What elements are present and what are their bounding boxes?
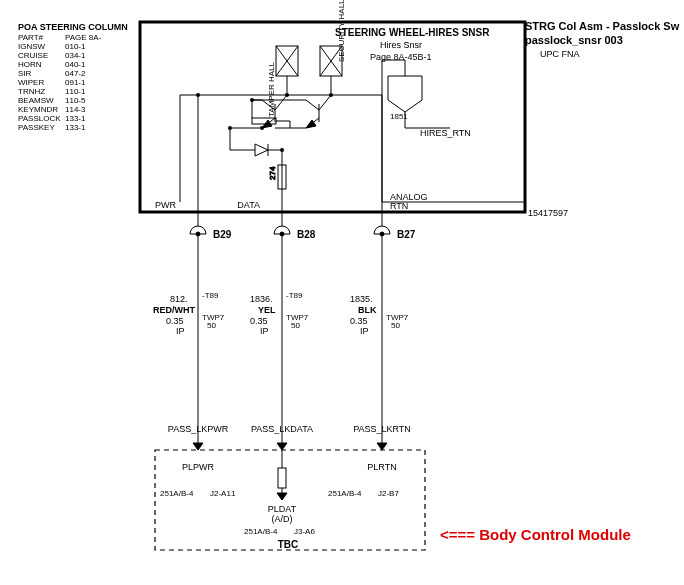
row-name: HORN <box>18 60 42 69</box>
w3-twpn: 50 <box>391 321 400 330</box>
svg-rect-60 <box>278 468 286 488</box>
row-name: WIPER <box>18 78 44 87</box>
parts-title: POA STEERING COLUMN <box>18 22 128 32</box>
transistor-right <box>252 95 331 128</box>
tamper-hall: TAMPER HALL <box>267 46 298 117</box>
svg-line-17 <box>319 95 331 110</box>
parts-table: POA STEERING COLUMN PART# PAGE 8A- IGNSW… <box>18 22 128 132</box>
row-name: TRNHZ <box>18 87 45 96</box>
pin2: J3-A6 <box>294 527 315 536</box>
pwr-label: PWR <box>155 200 176 210</box>
svg-line-19 <box>306 100 319 110</box>
title-l1: STRG Col Asm - Passlock Sw <box>525 20 680 32</box>
page-label: PAGE 8A- <box>65 33 102 42</box>
w1-color: RED/WHT <box>153 305 195 315</box>
wire-3: 1835. BLK 0.35 IP TWP7 50 <box>350 294 409 336</box>
row-page: 133-1 <box>65 114 86 123</box>
row-name: BEAMSW <box>18 96 54 105</box>
svg-point-52 <box>380 232 384 236</box>
svg-point-39 <box>196 93 200 97</box>
svg-rect-0 <box>276 46 298 76</box>
security-label: SECURITY HALL <box>337 0 346 62</box>
svg-line-20 <box>306 118 319 128</box>
data-label: DATA <box>237 200 260 210</box>
svg-line-1 <box>276 46 298 76</box>
pin3: J2-B7 <box>378 489 399 498</box>
svg-point-40 <box>280 148 284 152</box>
row-page: 114-3 <box>65 105 86 114</box>
title-block: STRG Col Asm - Passlock Sw passlock_snsr… <box>525 20 680 59</box>
svg-marker-14 <box>262 120 272 128</box>
svg-point-8 <box>285 93 289 97</box>
module-partnum: 15417597 <box>528 208 568 218</box>
row-page: 010-1 <box>65 42 86 51</box>
svg-rect-37 <box>278 165 286 189</box>
b27-label: B27 <box>397 229 416 240</box>
w2-twpn: 50 <box>291 321 300 330</box>
row-name: KEYMNDR <box>18 105 58 114</box>
svg-point-24 <box>250 98 254 102</box>
w3-ga: 0.35 <box>350 316 368 326</box>
svg-marker-56 <box>277 443 287 450</box>
row-page: 040-1 <box>65 60 86 69</box>
module-box <box>140 22 525 212</box>
svg-marker-54 <box>193 443 203 450</box>
module-header: STEERING WHEEL-HIRES SNSR Hires Snsr Pag… <box>335 27 490 62</box>
connector-b28 <box>274 226 290 236</box>
tamper-label: TAMPER HALL <box>267 61 276 117</box>
row-page: 047-2 <box>65 69 86 78</box>
plpwr-label: PLPWR <box>182 462 215 472</box>
title-l2: passlock_snsr 003 <box>525 34 623 46</box>
row-name: PASSKEY <box>18 123 55 132</box>
w2-suf: -T89 <box>286 291 303 300</box>
tbc-name: TBC <box>278 539 299 550</box>
row-name: CRUISE <box>18 51 48 60</box>
row-page: 110-5 <box>65 96 86 105</box>
r274-label: 274 <box>268 166 277 180</box>
b28-label: B28 <box>297 229 316 240</box>
w1-ga: 0.35 <box>166 316 184 326</box>
w1-twp: TWP7 <box>202 313 225 322</box>
title-l3: UPC FNA <box>540 49 580 59</box>
w1-suf: -T89 <box>202 291 219 300</box>
pin1: J2-A11 <box>210 489 236 498</box>
svg-point-50 <box>196 232 200 236</box>
hires-rtn-label: HIRES_RTN <box>420 128 471 138</box>
net-pass-lkpwr: PASS_LKPWR <box>168 424 229 434</box>
w2-loc: IP <box>260 326 269 336</box>
row-name: PASSLOCK <box>18 114 61 123</box>
w1-twpn: 50 <box>207 321 216 330</box>
w1-num: 812. <box>170 294 188 304</box>
row-page: 034-1 <box>65 51 86 60</box>
svg-marker-21 <box>306 120 316 128</box>
row-page: 091-1 <box>65 78 86 87</box>
svg-marker-62 <box>277 493 287 500</box>
w2-ga: 0.35 <box>250 316 268 326</box>
pldat-label: PLDAT <box>268 504 297 514</box>
hires-net: 1851 <box>390 112 408 121</box>
b29-label: B29 <box>213 229 232 240</box>
plrtn-label: PLRTN <box>367 462 396 472</box>
svg-point-25 <box>260 126 264 130</box>
row-page: 110-1 <box>65 87 86 96</box>
tbc-box <box>155 450 425 550</box>
net-pass-lkdata: PASS_LKDATA <box>251 424 313 434</box>
w3-twp: TWP7 <box>386 313 409 322</box>
module-h1: STEERING WHEEL-HIRES SNSR <box>335 27 490 38</box>
body-control-module-annotation: <=== Body Control Module <box>440 526 631 543</box>
w2-twp: TWP7 <box>286 313 309 322</box>
svg-rect-27 <box>252 118 276 124</box>
row-name: SIR <box>18 69 32 78</box>
svg-point-9 <box>329 93 333 97</box>
w3-loc: IP <box>360 326 369 336</box>
connector-b27 <box>374 226 390 236</box>
module-h2: Hires Snsr <box>380 40 422 50</box>
connector-b29 <box>190 226 206 236</box>
row-page: 133-1 <box>65 123 86 132</box>
diode <box>230 128 282 212</box>
resistor-274: 274 <box>268 165 286 189</box>
w2-num: 1836. <box>250 294 273 304</box>
svg-marker-32 <box>255 144 268 156</box>
ref2: 251A/B-4 <box>244 527 278 536</box>
w2-color: YEL <box>258 305 276 315</box>
